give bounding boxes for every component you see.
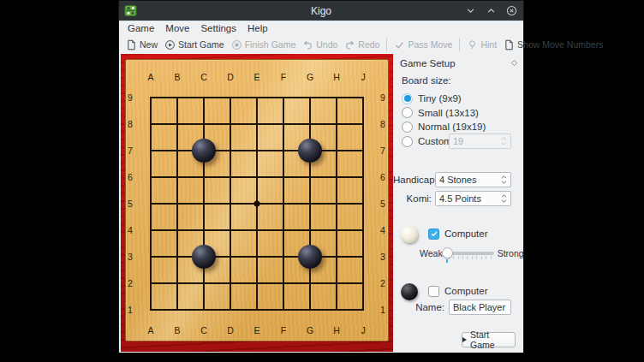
- play-icon: [462, 337, 467, 342]
- radio-label: Small (13x13): [418, 108, 479, 118]
- board-size-label: Board size:: [402, 75, 451, 86]
- move-numbers-icon: [504, 39, 515, 50]
- radio-circle[interactable]: [402, 136, 413, 147]
- black-computer-checkbox[interactable]: [428, 286, 439, 297]
- radio-tiny-9x9[interactable]: Tiny (9x9): [402, 92, 462, 105]
- black-stone-c3[interactable]: [192, 245, 216, 269]
- radio-small-13x13[interactable]: Small (13x13): [402, 106, 479, 120]
- toolbar-undo-button[interactable]: Undo: [299, 38, 341, 52]
- spin-down-icon: [501, 199, 507, 203]
- window-title: Kigo: [119, 5, 523, 17]
- spin-down-icon: [501, 181, 507, 184]
- toolbar-button-label: Show Move Numbers: [517, 39, 603, 50]
- check-icon: [430, 229, 438, 238]
- black-stone-g7[interactable]: [298, 139, 322, 163]
- toolbar-finish-game-button[interactable]: Finish Game: [228, 38, 300, 52]
- strength-slider-row: Weak Strong: [420, 247, 524, 259]
- close-button[interactable]: [505, 4, 518, 17]
- content: AABBCCDDEEFFGGHHJJ998877665544332211 Gam…: [119, 54, 523, 353]
- spinbox-arrows[interactable]: [498, 175, 507, 184]
- slider-min-label: Weak: [420, 248, 443, 258]
- handicap-spinbox[interactable]: 4 Stones: [435, 172, 511, 187]
- spin-up-icon: [501, 194, 507, 198]
- toolbar-button-label: New: [140, 39, 158, 50]
- start-game-label: Start Game: [470, 329, 515, 350]
- black-name-field[interactable]: Black Player: [449, 300, 511, 315]
- radio-label: Normal (19x19): [418, 122, 486, 132]
- redo-icon: [344, 39, 355, 50]
- toolbar-separator: [386, 39, 387, 51]
- board-grid-line-horizontal: [150, 229, 364, 231]
- start-game-button[interactable]: Start Game: [462, 332, 516, 347]
- komi-label: Komi:: [393, 193, 432, 204]
- menu-move[interactable]: Move: [160, 22, 194, 34]
- radio-custom[interactable]: Custom:: [402, 134, 455, 148]
- toolbar-pass-move-button[interactable]: Pass Move: [391, 38, 456, 52]
- black-computer-label: Computer: [444, 286, 488, 296]
- toolbar: NewStart GameFinish GameUndoRedoPass Mov…: [119, 35, 523, 54]
- radio-normal-19x19[interactable]: Normal (19x19): [402, 120, 486, 134]
- menu-help[interactable]: Help: [242, 22, 273, 34]
- board-grid-line-vertical: [283, 97, 284, 311]
- toolbar-button-label: Pass Move: [408, 39, 452, 50]
- black-computer-row[interactable]: Computer: [428, 284, 488, 298]
- checkmark-icon: [394, 39, 405, 50]
- spin-up-icon: [501, 137, 507, 140]
- spinbox-arrows[interactable]: [498, 194, 507, 203]
- name-field-value: Black Player: [453, 302, 505, 312]
- white-stone-avatar: [401, 226, 418, 243]
- slider-handle[interactable]: [442, 247, 453, 258]
- minimize-button[interactable]: [464, 4, 477, 17]
- slider-track[interactable]: [446, 252, 494, 255]
- board-grid-line-horizontal: [150, 282, 364, 284]
- strength-slider[interactable]: [446, 247, 494, 259]
- close-circle-icon: [506, 5, 517, 16]
- komi-spinbox[interactable]: 4.5 Points: [435, 191, 511, 206]
- toolbar-new-button[interactable]: New: [122, 38, 161, 52]
- hoshi-point-e5[interactable]: [254, 201, 260, 207]
- white-computer-checkbox[interactable]: [428, 228, 439, 240]
- white-computer-row[interactable]: Computer: [428, 227, 488, 240]
- black-stone-g3[interactable]: [298, 245, 322, 269]
- custom-size-spinbox[interactable]: 19: [449, 134, 511, 149]
- menu-game[interactable]: Game: [122, 22, 159, 34]
- board-grid-line-vertical: [309, 97, 311, 311]
- maximize-button[interactable]: [485, 4, 498, 17]
- toolbar-hint-button[interactable]: Hint: [463, 38, 500, 52]
- black-stone-avatar: [401, 283, 418, 300]
- diamond-icon: [510, 58, 519, 68]
- black-stone-c7[interactable]: [192, 139, 216, 163]
- toolbar-button-label: Start Game: [178, 39, 224, 50]
- panel-title: Game Setup: [400, 58, 456, 68]
- radio-circle[interactable]: [402, 122, 413, 133]
- float-panel-button[interactable]: [510, 58, 519, 68]
- spinbox-value: 4.5 Points: [439, 193, 481, 204]
- menubar: GameMoveSettingsHelp: [119, 21, 523, 35]
- name-label: Name:: [393, 302, 444, 312]
- radio-circle[interactable]: [402, 93, 413, 104]
- stop-circle-icon: [231, 39, 242, 50]
- titlebar: Kigo: [119, 1, 523, 21]
- handicap-label: Handicap:: [393, 175, 432, 185]
- toolbar-button-label: Hint: [480, 39, 497, 50]
- hint-bulb-icon: [467, 39, 478, 50]
- toolbar-button-label: Redo: [358, 39, 379, 50]
- spinbox-value: 19: [453, 136, 463, 146]
- board-grid-line-vertical: [336, 97, 337, 311]
- toolbar-show-move-numbers-button[interactable]: Show Move Numbers: [500, 38, 606, 52]
- white-computer-label: Computer: [444, 228, 488, 239]
- new-document-icon: [126, 39, 137, 50]
- menu-settings[interactable]: Settings: [195, 22, 242, 34]
- board-grid-line-horizontal: [150, 309, 364, 311]
- toolbar-start-game-button[interactable]: Start Game: [161, 38, 228, 52]
- radio-circle[interactable]: [402, 107, 413, 118]
- game-setup-panel: Game Setup Board size: Tiny (9x9)Small (…: [393, 54, 523, 353]
- toolbar-redo-button[interactable]: Redo: [341, 38, 383, 52]
- toolbar-button-label: Undo: [316, 39, 337, 50]
- chevron-up-icon: [486, 5, 497, 16]
- spinbox-value: 4 Stones: [439, 175, 476, 185]
- spinbox-arrows[interactable]: [498, 137, 507, 145]
- kigo-app-icon: [124, 4, 137, 17]
- play-circle-icon: [164, 39, 176, 50]
- board-grid-line-vertical: [362, 97, 364, 311]
